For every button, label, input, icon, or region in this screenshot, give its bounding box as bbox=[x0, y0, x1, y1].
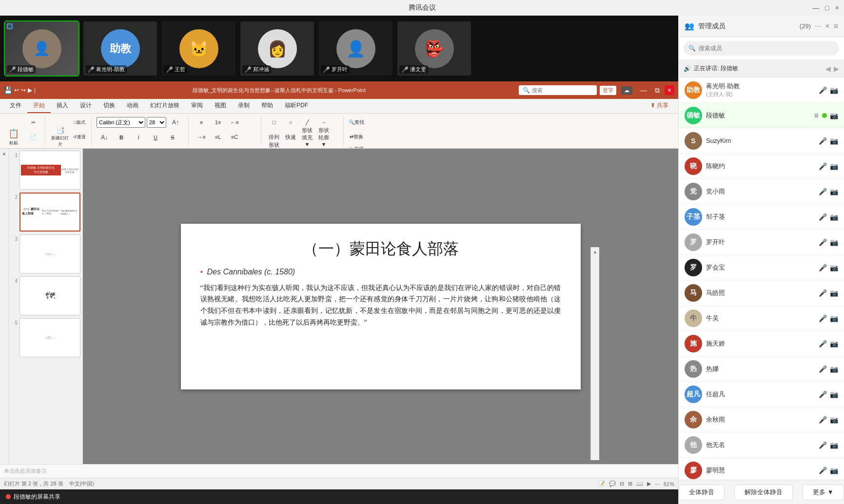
tab-file[interactable]: 文件 bbox=[4, 99, 27, 113]
video-thumb-p4[interactable]: 👩 🎤 郑冲涵 bbox=[239, 20, 315, 77]
slide-thumb-2[interactable]: （一）蒙田论食人部落 Des Cannibales (c. 1580) "我们看… bbox=[20, 193, 80, 232]
reset-btn[interactable]: ↺重置 bbox=[72, 130, 87, 144]
tab-transitions[interactable]: 切换 bbox=[98, 99, 121, 113]
align-center-btn[interactable]: ≡C bbox=[227, 130, 242, 144]
slide-sorter-btn[interactable]: ⊞ bbox=[628, 481, 632, 487]
notes-btn[interactable]: 📝 bbox=[598, 481, 605, 487]
member-item-suzyk[interactable]: S SuzyKim 🎤 📷 bbox=[679, 128, 844, 154]
member-item-yqy[interactable]: 余 余秋雨 🎤 📷 bbox=[679, 407, 844, 432]
copy-btn[interactable]: 📄 bbox=[25, 130, 41, 144]
align-left-btn[interactable]: ≡L bbox=[210, 130, 226, 144]
tab-design[interactable]: 设计 bbox=[74, 99, 98, 113]
slide-item-3[interactable]: 3 （二）... bbox=[11, 234, 80, 273]
next-speaker-btn[interactable]: ▶ bbox=[834, 65, 839, 73]
ppt-min-btn[interactable]: — bbox=[637, 85, 650, 95]
font-size-select[interactable]: 28 bbox=[147, 117, 166, 128]
member-item-zzj[interactable]: 子茎 邹子茎 🎤 📷 bbox=[679, 204, 844, 230]
video-thumb-p1[interactable]: 👤 🎤 段德敏 bbox=[4, 20, 79, 77]
slide-panel[interactable]: 1 段德敏·文明的诞生化与当世想象 波斯人信札中的文明互鉴 2 （一）蒙田论食人… bbox=[9, 149, 83, 464]
more-options-btn[interactable]: 更多 ▼ bbox=[803, 485, 844, 500]
video-thumb-p2[interactable]: 助教 🎤 蒋光明-助教 bbox=[82, 20, 158, 77]
numbering-btn[interactable]: 1≡ bbox=[210, 116, 226, 129]
quick-styles-btn[interactable]: 快速 bbox=[283, 130, 298, 144]
member-item-nw[interactable]: 牛 牛吴 🎤 📷 bbox=[679, 306, 844, 331]
member-item-lmh[interactable]: 廖 廖明慧 🎤 📷 bbox=[679, 458, 844, 480]
layout-btn[interactable]: □版式 bbox=[72, 116, 87, 129]
right-scrollbar[interactable]: ▲ bbox=[590, 247, 599, 460]
font-size-dec-btn[interactable]: A↓ bbox=[97, 131, 112, 144]
slide-main[interactable]: ▲ （一）蒙田论食人部落 • Des Cannibales (c. 1580) … bbox=[83, 149, 678, 464]
shadow-btn[interactable]: S⁺ bbox=[97, 146, 112, 148]
bullets-btn[interactable]: ≡ bbox=[194, 116, 209, 129]
close-btn[interactable]: × bbox=[835, 4, 839, 12]
ppt-search-box[interactable]: 🔍 bbox=[519, 85, 597, 95]
ppt-redo-btn[interactable]: ↪ bbox=[21, 87, 26, 94]
shape-effect-btn[interactable]: 形状效果▼ bbox=[266, 145, 282, 148]
ppt-share-btn[interactable]: ☁ bbox=[621, 86, 632, 95]
member-item-ddm[interactable]: 德敏 段德敏 🖥 📷 bbox=[679, 103, 844, 128]
panel-close-btn[interactable]: × bbox=[825, 22, 829, 31]
ppt-restore-btn[interactable]: ⧉ bbox=[652, 85, 663, 96]
font-size-inc-btn[interactable]: A↑ bbox=[168, 116, 183, 129]
minimize-btn[interactable]: — bbox=[812, 4, 819, 12]
unmute-all-btn[interactable]: 解除全体静音 bbox=[734, 485, 793, 500]
bold-btn[interactable]: B bbox=[114, 131, 129, 144]
shape-fill-btn[interactable]: 形状填充▼ bbox=[299, 130, 315, 144]
panel-collapse-btn[interactable]: ≡ bbox=[834, 22, 838, 31]
ppt-close-btn[interactable]: × bbox=[665, 85, 674, 95]
panel-more-btn[interactable]: ··· bbox=[815, 22, 821, 31]
tab-animations[interactable]: 动画 bbox=[121, 99, 144, 113]
member-item-rcf[interactable]: 超凡 任超凡 🎤 📷 bbox=[679, 382, 844, 407]
format-painter-btn[interactable]: 🖌 bbox=[25, 145, 41, 148]
tab-review[interactable]: 审阅 bbox=[185, 99, 209, 113]
reading-view-btn[interactable]: 📖 bbox=[636, 481, 643, 487]
align-right-btn[interactable]: ≡R bbox=[194, 145, 209, 148]
slide-show-btn[interactable]: ▶ bbox=[647, 481, 651, 487]
italic-btn[interactable]: I bbox=[131, 131, 146, 144]
ppt-save-btn[interactable]: 💾 bbox=[4, 86, 12, 94]
font-color-btn[interactable]: A bbox=[114, 146, 129, 148]
search-input[interactable] bbox=[699, 45, 834, 52]
ppt-undo-btn[interactable]: ↩ bbox=[14, 87, 19, 94]
ppt-search-input[interactable] bbox=[532, 87, 581, 93]
indent-inc-btn[interactable]: →≡ bbox=[194, 130, 209, 144]
member-item-mhz[interactable]: 马 马皓照 🎤 📷 bbox=[679, 280, 844, 306]
replace-btn[interactable]: ⇄替换 bbox=[349, 130, 364, 144]
shape-oval-btn[interactable]: ○ bbox=[283, 116, 298, 129]
tab-record[interactable]: 录制 bbox=[232, 99, 255, 113]
member-item-dxy[interactable]: 党 党小雨 🎤 📷 bbox=[679, 179, 844, 204]
cut-btn[interactable]: ✂ bbox=[25, 116, 41, 129]
member-item-cxy[interactable]: 晓 陈晓约 🎤 📷 bbox=[679, 154, 844, 179]
search-box[interactable]: 🔍 bbox=[684, 41, 839, 56]
tab-insert[interactable]: 插入 bbox=[51, 99, 74, 113]
paste-btn[interactable]: 📋粘贴 bbox=[4, 124, 23, 148]
mute-all-btn[interactable]: 全体静音 bbox=[679, 485, 725, 500]
ppt-dict-btn[interactable]: 登字 bbox=[600, 86, 616, 95]
comments-btn[interactable]: 💬 bbox=[609, 481, 616, 487]
section-btn[interactable]: ■节▼ bbox=[72, 145, 87, 148]
indent-dec-btn[interactable]: ←≡ bbox=[227, 116, 242, 129]
prev-speaker-btn[interactable]: ◀ bbox=[825, 65, 831, 73]
ppt-present-btn[interactable]: ▶ bbox=[28, 87, 32, 94]
slide-thumb-5[interactable]: （三）... bbox=[20, 318, 80, 357]
video-thumb-p6[interactable]: 👺 🎤 潘文雯 bbox=[396, 20, 472, 77]
member-item-jgm[interactable]: 助教 蒋光明·助教 (主持人·我) 🎤 📷 bbox=[679, 78, 844, 103]
justify-btn[interactable]: ≡J bbox=[210, 145, 226, 148]
tab-help[interactable]: 帮助 bbox=[255, 99, 279, 113]
font-family-select[interactable]: Calibri (正文) bbox=[97, 117, 145, 128]
shape-rect-btn[interactable]: □ bbox=[266, 116, 282, 129]
slide-item-4[interactable]: 4 🗺 bbox=[11, 276, 80, 315]
video-thumb-p5[interactable]: 👤 🎤 罗开叶 bbox=[318, 20, 393, 77]
tab-view[interactable]: 视图 bbox=[209, 99, 232, 113]
normal-view-btn[interactable]: ⊟ bbox=[620, 481, 624, 487]
tab-share[interactable]: ⬆ 共享 bbox=[645, 99, 674, 113]
maximize-btn[interactable]: □ bbox=[825, 4, 829, 12]
shape-outline-btn[interactable]: 形状轮廓▼ bbox=[316, 130, 332, 144]
select-btn[interactable]: ▷选择▼ bbox=[349, 145, 364, 148]
tab-foxitpdf[interactable]: 福昕PDF bbox=[279, 99, 314, 113]
video-thumb-p3[interactable]: 🐱 🎤 王哲 bbox=[161, 20, 236, 77]
strikethrough-btn[interactable]: S bbox=[165, 131, 180, 144]
slide-thumb-4[interactable]: 🗺 bbox=[20, 276, 80, 315]
member-item-twm[interactable]: 他 他无名 🎤 📷 bbox=[679, 432, 844, 458]
slide-item-2[interactable]: 2 （一）蒙田论食人部落 Des Cannibales (c. 1580) "我… bbox=[11, 193, 80, 232]
